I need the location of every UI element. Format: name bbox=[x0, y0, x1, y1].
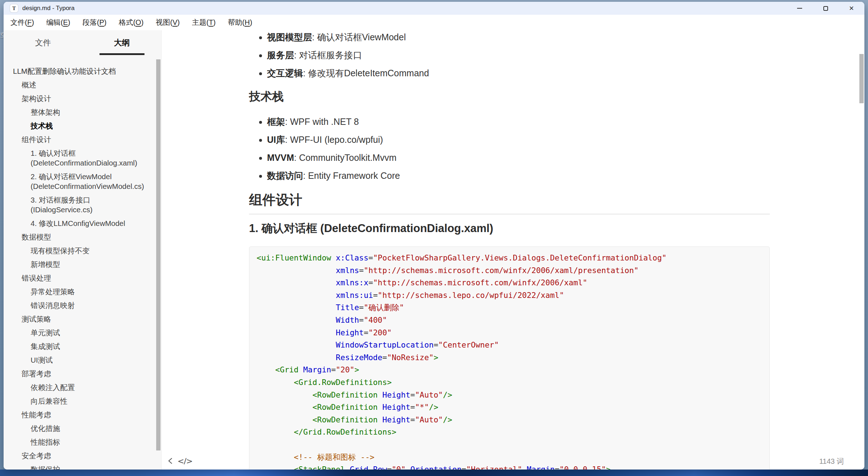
bullet-label: 数据访问 bbox=[267, 171, 303, 181]
menu-item-f[interactable]: 文件(F) bbox=[7, 16, 37, 29]
minimize-icon bbox=[797, 8, 802, 9]
code-line: <Grid.RowDefinitions> bbox=[257, 376, 761, 389]
close-button[interactable]: ✕ bbox=[838, 2, 864, 15]
outline-item[interactable]: 集成测试 bbox=[4, 341, 161, 351]
outline-item[interactable]: 架构设计 bbox=[4, 94, 161, 103]
bullet-item[interactable]: 框架: WPF with .NET 8 bbox=[267, 117, 770, 126]
code-line: ResizeMode="NoResize"> bbox=[257, 352, 761, 364]
outline-item[interactable]: 1. 确认对话框 (DeleteConfirmationDialog.xaml) bbox=[4, 148, 161, 168]
outline-item[interactable]: 异常处理策略 bbox=[4, 287, 161, 296]
outline-item[interactable]: 优化措施 bbox=[4, 423, 161, 433]
close-icon: ✕ bbox=[849, 5, 854, 12]
code-line: <RowDefinition Height="*"/> bbox=[257, 401, 761, 414]
tab-files[interactable]: 文件 bbox=[4, 30, 82, 55]
source-code-mode-button[interactable]: </> bbox=[179, 455, 191, 466]
bullet-text: : Entity Framework Core bbox=[303, 171, 400, 181]
outline-item[interactable]: 数据模型 bbox=[4, 232, 161, 242]
outline-item[interactable]: 数据保护 bbox=[4, 464, 161, 470]
bullet-label: 视图模型层 bbox=[267, 32, 312, 42]
typora-window: T design.md - Typora ✕ 文件(F)编辑(E)段落(P)格式… bbox=[4, 2, 864, 470]
outline-item[interactable]: 概述 bbox=[4, 80, 161, 90]
outline-item[interactable]: 技术栈 bbox=[4, 121, 161, 131]
outline-item[interactable]: UI测试 bbox=[4, 355, 161, 365]
code-line: <!-- 标题和图标 --> bbox=[257, 451, 761, 464]
tab-outline[interactable]: 大纲 bbox=[82, 30, 161, 55]
outline-item[interactable]: 3. 对话框服务接口 (IDialogService.cs) bbox=[4, 195, 161, 214]
menu-item-v[interactable]: 视图(V) bbox=[153, 16, 183, 29]
bullet-item[interactable]: 服务层: 对话框服务接口 bbox=[267, 51, 770, 60]
bullet-text: : WPF with .NET 8 bbox=[285, 117, 359, 127]
bullet-item[interactable]: 视图模型层: 确认对话框ViewModel bbox=[267, 33, 770, 42]
bullet-item[interactable]: UI库: WPF-UI (lepo.co/wpfui) bbox=[267, 135, 770, 144]
minimize-button[interactable] bbox=[787, 2, 813, 15]
menu-item-e[interactable]: 编辑(E) bbox=[43, 16, 74, 29]
outline-item[interactable]: 性能指标 bbox=[4, 437, 161, 447]
chevron-left-icon bbox=[167, 457, 175, 465]
menu-item-o[interactable]: 格式(O) bbox=[116, 16, 147, 29]
outline-item[interactable]: 新增模型 bbox=[4, 259, 161, 269]
heading-tech-stack[interactable]: 技术栈 bbox=[249, 89, 284, 105]
menu-item-p[interactable]: 段落(P) bbox=[79, 16, 110, 29]
content-scrollbar[interactable] bbox=[859, 54, 864, 103]
code-line: <StackPanel Grid.Row="0" Orientation="Ho… bbox=[257, 463, 761, 470]
outline-item[interactable]: LLM配置删除确认功能设计文档 bbox=[4, 66, 161, 76]
outline-item[interactable]: 依赖注入配置 bbox=[4, 382, 161, 392]
outline-item[interactable]: 错误处理 bbox=[4, 273, 161, 283]
outline-item[interactable]: 2. 确认对话框ViewModel (DeleteConfirmationVie… bbox=[4, 172, 161, 191]
bullet-label: 服务层 bbox=[267, 50, 294, 60]
sidebar: 文件 大纲 LLM配置删除确认功能设计文档概述架构设计整体架构技术栈组件设计1.… bbox=[4, 30, 162, 470]
bullet-item[interactable]: 交互逻辑: 修改现有DeleteItemCommand bbox=[267, 69, 770, 78]
desktop-icon-label: 空 bbox=[0, 31, 3, 39]
outline-item[interactable]: 4. 修改LLMConfigViewModel bbox=[4, 218, 161, 228]
bullet-item[interactable]: 数据访问: Entity Framework Core bbox=[267, 171, 770, 180]
maximize-icon bbox=[823, 6, 828, 11]
outline-item[interactable]: 部署考虑 bbox=[4, 369, 161, 378]
outline-item[interactable]: 向后兼容性 bbox=[4, 396, 161, 406]
code-line: xmlns="http://schemas.microsoft.com/winf… bbox=[257, 264, 761, 277]
outline-item[interactable]: 测试策略 bbox=[4, 314, 161, 324]
outline-item[interactable]: 组件设计 bbox=[4, 135, 161, 144]
active-tab-underline bbox=[99, 53, 144, 55]
bullet-text: : CommunityToolkit.Mvvm bbox=[294, 153, 397, 163]
code-line: <Grid Margin="20"> bbox=[257, 364, 761, 376]
xaml-code-block[interactable]: <ui:FluentWindow x:Class="PocketFlowShar… bbox=[249, 246, 770, 470]
sidebar-scrollbar[interactable] bbox=[156, 59, 161, 450]
bullet-text: : 确认对话框ViewModel bbox=[312, 32, 406, 42]
bullet-text: : WPF-UI (lepo.co/wpfui) bbox=[285, 135, 383, 145]
app-icon: T bbox=[10, 4, 18, 12]
code-line: Width="400" bbox=[257, 314, 761, 327]
title-bar[interactable]: T design.md - Typora ✕ bbox=[4, 2, 864, 15]
sidebar-collapse-button[interactable] bbox=[164, 455, 177, 466]
bullet-label: MVVM bbox=[267, 153, 294, 163]
outline-list: LLM配置删除确认功能设计文档概述架构设计整体架构技术栈组件设计1. 确认对话框… bbox=[4, 66, 161, 470]
taskbar-wallpaper-strip bbox=[0, 470, 868, 476]
outline-item[interactable]: 整体架构 bbox=[4, 107, 161, 117]
window-title: design.md - Typora bbox=[22, 5, 74, 12]
heading-component-design[interactable]: 组件设计 bbox=[249, 191, 770, 214]
menu-bar: 文件(F)编辑(E)段落(P)格式(O)视图(V)主题(T)帮助(H) bbox=[4, 15, 864, 30]
bullet-label: 交互逻辑 bbox=[267, 68, 303, 78]
code-line: <ui:FluentWindow x:Class="PocketFlowShar… bbox=[257, 252, 761, 264]
desktop: 空 T design.md - Typora ✕ 文件(F)编辑(E)段落(P)… bbox=[0, 0, 868, 476]
code-line: </Grid.RowDefinitions> bbox=[257, 426, 761, 439]
maximize-button[interactable] bbox=[813, 2, 838, 15]
heading-confirmation-dialog[interactable]: 1. 确认对话框 (DeleteConfirmationDialog.xaml) bbox=[249, 221, 493, 236]
window-controls: ✕ bbox=[787, 2, 864, 15]
outline-item[interactable]: 现有模型保持不变 bbox=[4, 246, 161, 255]
editor-area[interactable]: 视图模型层: 确认对话框ViewModel服务层: 对话框服务接口交互逻辑: 修… bbox=[162, 30, 864, 470]
code-line: xmlns:x="http://schemas.microsoft.com/wi… bbox=[257, 277, 761, 289]
bullet-text: : 对话框服务接口 bbox=[294, 50, 362, 60]
bullet-item[interactable]: MVVM: CommunityToolkit.Mvvm bbox=[267, 153, 770, 162]
architecture-bullet-list[interactable]: 视图模型层: 确认对话框ViewModel服务层: 对话框服务接口交互逻辑: 修… bbox=[249, 33, 770, 87]
code-line: Height="200" bbox=[257, 327, 761, 339]
code-line: Title="确认删除" bbox=[257, 302, 761, 314]
tech-stack-bullet-list[interactable]: 框架: WPF with .NET 8UI库: WPF-UI (lepo.co/… bbox=[249, 117, 770, 189]
sidebar-tabs: 文件 大纲 bbox=[4, 30, 161, 55]
outline-item[interactable]: 性能考虑 bbox=[4, 410, 161, 420]
outline-item[interactable]: 错误消息映射 bbox=[4, 300, 161, 310]
menu-item-h[interactable]: 帮助(H) bbox=[225, 16, 256, 29]
code-line bbox=[257, 439, 761, 451]
outline-item[interactable]: 单元测试 bbox=[4, 328, 161, 337]
menu-item-t[interactable]: 主题(T) bbox=[189, 16, 219, 29]
outline-item[interactable]: 安全考虑 bbox=[4, 451, 161, 461]
